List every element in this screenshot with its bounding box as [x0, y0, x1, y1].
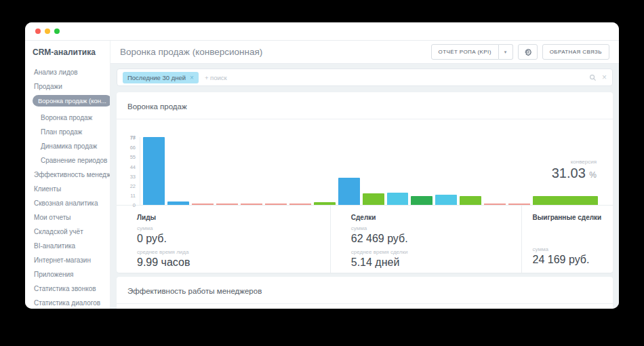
- funnel-bar[interactable]: [533, 196, 598, 205]
- y-axis-tick-label: 22: [130, 182, 136, 189]
- minimize-window-icon[interactable]: [45, 28, 50, 34]
- funnel-bar[interactable]: [143, 137, 165, 205]
- funnel-bar[interactable]: [387, 193, 409, 205]
- chevron-down-icon: ▾: [504, 50, 507, 55]
- sidebar-item[interactable]: Статистика звонков: [33, 282, 110, 296]
- sidebar-item[interactable]: План продаж: [33, 125, 110, 139]
- y-axis-tick-label: 11: [130, 192, 136, 198]
- sidebar-item[interactable]: Продажи: [33, 79, 110, 94]
- page-title: Воронка продаж (конверсионная): [120, 47, 431, 57]
- report-rop-kpi-button[interactable]: ОТЧЁТ РОПА (KPI): [431, 44, 499, 60]
- funnel-bar[interactable]: [241, 204, 262, 205]
- funnel-bar[interactable]: [265, 204, 287, 205]
- y-axis-tick-label: 77: [130, 135, 136, 141]
- funnel-bar[interactable]: [508, 204, 530, 205]
- funnel-bars: [140, 137, 598, 205]
- funnel-bar[interactable]: [192, 204, 214, 205]
- stat-label: среднее время лида: [137, 249, 323, 255]
- search-input[interactable]: + поиск: [205, 74, 589, 81]
- stat-value: 0 руб.: [137, 233, 323, 245]
- sidebar-item[interactable]: Эффективность менедже...: [33, 168, 110, 182]
- sidebar-item[interactable]: Мои отчеты: [33, 210, 110, 225]
- gear-icon: [523, 47, 532, 56]
- y-axis-tick-label: 0: [133, 202, 136, 208]
- sidebar-item[interactable]: Складской учёт: [33, 225, 110, 239]
- stat-label: среднее время сделки: [351, 249, 515, 255]
- sales-funnel-card: Воронка продаж конверсия 31.03 % 7877665…: [117, 92, 613, 273]
- desktop: { "sidebar": { "title": "CRM-аналитика",…: [0, 0, 644, 346]
- stat-label: сумма: [533, 246, 606, 252]
- funnel-stats-row: Лиды сумма 0 руб. среднее время лида 9.9…: [117, 205, 613, 273]
- sidebar-item[interactable]: Сквозная аналитика: [33, 196, 110, 210]
- funnel-bar[interactable]: [289, 204, 311, 205]
- conversion-unit: %: [589, 170, 597, 180]
- funnel-bar[interactable]: [435, 195, 457, 205]
- sidebar-item[interactable]: Воронка продаж (кон...: [33, 95, 110, 107]
- report-split-button: ОТЧЁТ РОПА (KPI) ▾: [431, 44, 513, 60]
- managers-card-title: Эффективность работы менеджеров: [127, 287, 262, 295]
- window-titlebar[interactable]: [25, 22, 619, 40]
- funnel-bar[interactable]: [484, 204, 506, 205]
- stat-value: 24 169 руб.: [533, 254, 606, 266]
- sidebar-menu: Анализ лидовПродажиВоронка продаж (кон..…: [33, 65, 110, 309]
- funnel-bar[interactable]: [314, 202, 336, 205]
- stat-name: Сделки: [351, 214, 515, 221]
- stat-column-deals: Сделки сумма 62 469 руб. среднее время с…: [330, 206, 521, 273]
- sidebar-item[interactable]: Клиенты: [33, 182, 110, 196]
- y-axis-tick-label: 55: [130, 154, 136, 160]
- y-axis-tick-label: 66: [130, 145, 136, 151]
- managers-effectiveness-card: Эффективность работы менеджеров Менеджер…: [117, 277, 613, 309]
- search-icon[interactable]: [589, 74, 597, 81]
- stat-column-leads: Лиды сумма 0 руб. среднее время лида 9.9…: [117, 206, 330, 273]
- funnel-bar[interactable]: [338, 178, 360, 205]
- funnel-y-axis: 78776655443322110: [125, 137, 140, 205]
- y-axis-tick-label: 44: [130, 164, 136, 170]
- clear-search-icon[interactable]: ×: [602, 73, 607, 81]
- sidebar-item[interactable]: Интернет-магазин: [33, 253, 110, 267]
- funnel-card-title: Воронка продаж: [127, 102, 187, 111]
- funnel-bar[interactable]: [411, 196, 432, 205]
- stat-value: 9.99 часов: [137, 256, 323, 269]
- stat-name: Выигранные сделки: [533, 214, 606, 221]
- report-dropdown-button[interactable]: ▾: [499, 44, 513, 60]
- funnel-bar[interactable]: [363, 193, 384, 205]
- funnel-bar[interactable]: [216, 204, 238, 205]
- stat-label: сумма: [137, 225, 323, 231]
- main-area: Воронка продаж (конверсионная) ОТЧЁТ РОП…: [110, 41, 619, 309]
- stat-value: 62 469 руб.: [351, 233, 515, 245]
- sidebar-title: CRM-аналитика: [33, 47, 110, 57]
- stat-label: сумма: [351, 225, 515, 231]
- stat-column-won-deals: Выигранные сделки сумма 24 169 руб.: [521, 206, 613, 273]
- sidebar-item[interactable]: BI-аналитика: [33, 239, 110, 253]
- funnel-chart: 78776655443322110: [125, 137, 598, 205]
- y-axis-tick-label: 33: [130, 173, 136, 179]
- conversion-block: конверсия 31.03 %: [552, 159, 597, 181]
- sidebar-item[interactable]: Приложения: [33, 267, 110, 282]
- funnel-bar[interactable]: [167, 201, 189, 205]
- close-window-icon[interactable]: [35, 28, 41, 34]
- settings-button[interactable]: [518, 44, 538, 60]
- conversion-label: конверсия: [552, 159, 597, 165]
- filter-tag-label: Последние 30 дней: [127, 74, 186, 81]
- maximize-window-icon[interactable]: [54, 28, 60, 34]
- managers-table-header-row: МенеджерКоличество лидовКоличество сдело…: [117, 304, 613, 309]
- stat-value: 5.14 дней: [351, 256, 515, 269]
- stat-name: Лиды: [137, 214, 323, 221]
- feedback-button[interactable]: ОБРАТНАЯ СВЯЗЬ: [542, 44, 609, 60]
- filter-tag-last-30-days[interactable]: Последние 30 дней ×: [123, 72, 199, 83]
- sidebar-item[interactable]: Сравнение периодов: [33, 153, 110, 168]
- conversion-value: 31.03: [552, 166, 586, 180]
- sidebar-item[interactable]: Динамика продаж: [33, 139, 110, 153]
- sidebar-item[interactable]: Воронка продаж: [33, 111, 110, 125]
- filter-tag-remove-icon[interactable]: ×: [190, 74, 194, 81]
- page-header: Воронка продаж (конверсионная) ОТЧЁТ РОП…: [110, 41, 619, 64]
- filter-search-bar[interactable]: Последние 30 дней × + поиск ×: [117, 69, 613, 86]
- sidebar: CRM-аналитика Анализ лидовПродажиВоронка…: [25, 41, 110, 309]
- sidebar-item[interactable]: Статистика диалогов: [33, 296, 110, 309]
- funnel-bar[interactable]: [460, 196, 481, 205]
- app-window: CRM-аналитика Анализ лидовПродажиВоронка…: [25, 22, 619, 309]
- sidebar-item[interactable]: Анализ лидов: [33, 65, 110, 79]
- content-area: Последние 30 дней × + поиск ×: [110, 64, 619, 309]
